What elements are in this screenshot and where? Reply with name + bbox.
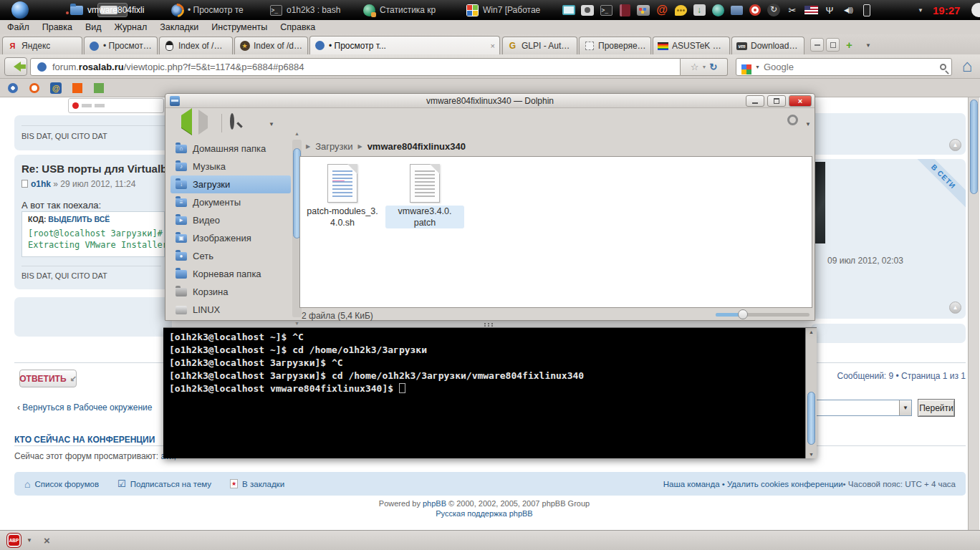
scroll-top-button[interactable]: ▲ bbox=[949, 139, 961, 151]
tab-list-arrow-icon[interactable]: ▼ bbox=[865, 42, 871, 49]
bookmark-link[interactable]: В закладки bbox=[242, 480, 284, 488]
back-button[interactable] bbox=[4, 57, 27, 76]
browser-scrollbar[interactable] bbox=[968, 97, 979, 530]
scroll-up-icon[interactable]: ▲ bbox=[806, 329, 817, 334]
dolphin-titlebar[interactable]: vmware804fixlinux340 — Dolphin × bbox=[165, 94, 815, 108]
app-launcher-icon[interactable] bbox=[11, 1, 29, 19]
terminal-scrollbar-thumb[interactable] bbox=[807, 392, 815, 445]
photos-tray-icon[interactable] bbox=[580, 3, 595, 17]
tab-glpi[interactable]: G GLPI - Authentic... bbox=[502, 37, 577, 54]
bookmark-rosalab-icon[interactable] bbox=[7, 82, 19, 94]
archive-tray-icon[interactable] bbox=[729, 3, 744, 17]
place-video[interactable]: ► Видео bbox=[170, 211, 291, 229]
vm-monitor-tray-icon[interactable] bbox=[562, 3, 576, 17]
search-box[interactable]: ▼ bbox=[736, 58, 952, 76]
file-patch-modules[interactable]: patch-modules_3.4.0.sh bbox=[303, 164, 382, 228]
tab-balance[interactable]: Проверяем бал... bbox=[579, 37, 651, 54]
subscribe-link[interactable]: Подписаться на тему bbox=[130, 480, 211, 488]
menu-history[interactable]: Журнал bbox=[115, 22, 148, 32]
tab-asus[interactable]: ASUSTeK Comp... bbox=[653, 37, 730, 54]
phone-tray-icon[interactable] bbox=[860, 3, 874, 17]
media-player-tray-icon[interactable] bbox=[636, 3, 650, 17]
select-arrow-icon[interactable]: ▼ bbox=[899, 400, 911, 415]
download-tray-icon[interactable]: ↓ bbox=[692, 3, 706, 17]
home-button[interactable]: ⌂ bbox=[958, 56, 976, 76]
reply-button[interactable]: ОТВЕТИТЬ↙ bbox=[19, 370, 77, 387]
menu-edit[interactable]: Правка bbox=[42, 22, 72, 32]
author-link[interactable]: o1hk bbox=[31, 179, 51, 189]
scissors-tray-icon[interactable]: ✂ bbox=[785, 3, 799, 17]
phpbb-link[interactable]: phpBB bbox=[423, 499, 446, 508]
tab-close-icon[interactable]: × bbox=[491, 42, 495, 50]
tab-yandex[interactable]: Я Яндекс bbox=[2, 37, 82, 54]
taskbar-task-bash[interactable]: >_ o1h2k3 : bash bbox=[269, 0, 355, 20]
place-documents[interactable]: ≡ Документы bbox=[170, 193, 291, 211]
support-link[interactable]: Русская поддержка phpBB bbox=[436, 509, 532, 518]
scroll-down-icon[interactable]: ▼ bbox=[806, 452, 817, 457]
bookmark-mail-icon[interactable]: @ bbox=[50, 82, 62, 94]
sync-tray-icon[interactable]: ↻ bbox=[767, 3, 781, 17]
place-images[interactable]: ▣ Изображения bbox=[170, 229, 291, 247]
reload-icon[interactable]: ↻ bbox=[709, 62, 717, 72]
network-tray-icon[interactable] bbox=[711, 3, 725, 17]
place-root[interactable]: Корневая папка bbox=[170, 265, 291, 283]
scroll-down-icon[interactable]: ▼ bbox=[292, 321, 302, 326]
url-bar[interactable]: forum.rosalab.ru/viewtopic.php?f=5&t=117… bbox=[30, 58, 681, 76]
terminal-scrollbar[interactable]: ▲ ▼ bbox=[805, 328, 817, 458]
keyboard-layout-icon[interactable] bbox=[804, 3, 818, 17]
breadcrumb-current[interactable]: vmware804fixlinux340 bbox=[368, 141, 466, 152]
taskbar-task-win7[interactable]: Win7 [Работае bbox=[466, 0, 553, 20]
scroll-top-button[interactable]: ▲ bbox=[949, 301, 961, 314]
adblock-arrow-icon[interactable]: ▼ bbox=[27, 537, 32, 544]
forward-button[interactable] bbox=[198, 116, 214, 129]
forum-list-link[interactable]: Список форумов bbox=[34, 480, 99, 488]
tray-edge-icon[interactable] bbox=[971, 3, 980, 17]
addon-bar-close-icon[interactable]: × bbox=[44, 534, 50, 546]
search-icon[interactable] bbox=[940, 64, 946, 70]
place-home[interactable]: ⌂ Домашняя папка bbox=[170, 140, 291, 158]
forum-list-item[interactable]: ⌂ Список форумов bbox=[24, 478, 99, 490]
view-mode-arrow-icon[interactable]: ▼ bbox=[269, 121, 274, 127]
tray-expander-icon[interactable]: ▼ bbox=[918, 7, 923, 14]
tab-index-mib[interactable]: Index of /MIB/r... bbox=[159, 37, 233, 54]
close-button[interactable]: × bbox=[789, 95, 812, 107]
tab-index-downloads[interactable]: ★ Index of /downl... bbox=[234, 37, 308, 54]
tab-group-button[interactable] bbox=[810, 38, 824, 52]
go-button[interactable]: Перейти bbox=[918, 399, 955, 417]
maximize-button[interactable] bbox=[767, 95, 786, 107]
zoom-slider-knob[interactable] bbox=[738, 309, 748, 319]
taskbar-dots-icon[interactable] bbox=[66, 11, 69, 14]
bookmark-target-icon[interactable] bbox=[29, 82, 40, 94]
select-all-link[interactable]: ВЫДЕЛИТЬ ВСЁ bbox=[48, 215, 110, 223]
file-view[interactable]: patch-modules_3.4.0.sh vmware3.4.0.patch bbox=[299, 156, 812, 308]
place-trash[interactable]: Корзина bbox=[170, 283, 291, 301]
menu-help[interactable]: Справка bbox=[280, 22, 315, 32]
volume-tray-icon[interactable]: ◀))) bbox=[841, 3, 855, 17]
bookmark-green-icon[interactable] bbox=[93, 82, 105, 94]
terminal-window[interactable]: [o1h2k3@localhost ~]$ ^C [o1h2k3@localho… bbox=[163, 327, 817, 458]
usb-tray-icon[interactable]: Ψ bbox=[822, 3, 837, 17]
tab-vmware-download[interactable]: vm Download VMw... bbox=[731, 37, 804, 54]
book-tray-icon[interactable] bbox=[618, 3, 632, 17]
taskbar-task-dolphin[interactable]: vmware804fixli bbox=[70, 0, 166, 20]
taskbar-task-stats[interactable]: Статистика кр bbox=[362, 0, 456, 20]
find-button[interactable] bbox=[230, 115, 234, 128]
tab-panorama-button[interactable] bbox=[826, 38, 840, 52]
back-button[interactable] bbox=[174, 115, 192, 128]
terminal-resize-grip[interactable] bbox=[481, 322, 496, 327]
bookmark-item[interactable]: ★ В закладки bbox=[230, 479, 284, 488]
place-music[interactable]: ♪ Музыка bbox=[170, 158, 291, 175]
bookmark-orange-icon[interactable] bbox=[72, 82, 83, 94]
clock[interactable]: 19:27 bbox=[933, 4, 960, 16]
mail-tray-icon[interactable]: @ bbox=[655, 3, 669, 17]
minimize-button[interactable] bbox=[746, 95, 764, 107]
subscribe-item[interactable]: ☑ Подписаться на тему bbox=[117, 478, 211, 489]
scroll-up-icon[interactable]: ▲ bbox=[292, 131, 302, 136]
tools-arrow-icon[interactable]: ▼ bbox=[805, 121, 811, 127]
zoom-slider[interactable] bbox=[716, 313, 810, 317]
taskbar-task-firefox[interactable]: • Просмотр те bbox=[170, 0, 265, 20]
menu-view[interactable]: Вид bbox=[85, 22, 102, 32]
tab-forum-topic-1[interactable]: • Просмотр тем... bbox=[84, 37, 158, 54]
menu-file[interactable]: Файл bbox=[7, 22, 29, 32]
place-network[interactable]: ● Сеть bbox=[170, 247, 291, 265]
